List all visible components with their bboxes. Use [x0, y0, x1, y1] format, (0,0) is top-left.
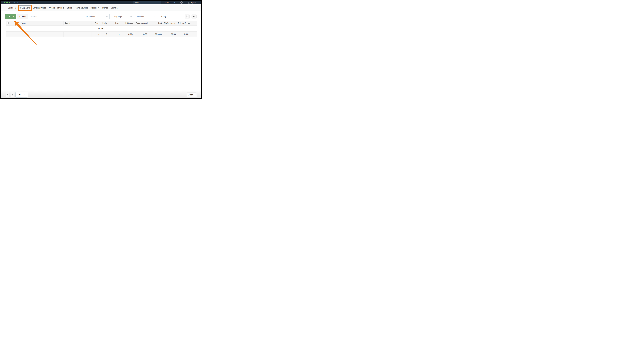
summary-flows: 0: [92, 32, 101, 36]
pagination-next-button[interactable]: [10, 92, 14, 98]
groups-filter-value: All groups: [114, 16, 122, 18]
help-icon: ?: [180, 1, 183, 4]
column-label: Revenue (confi: [136, 22, 148, 24]
nav-item-offers[interactable]: Offers: [65, 6, 73, 10]
column-label: Conv.: [115, 22, 120, 24]
summary-roi: 0.00%: [177, 32, 197, 36]
column-header-conv[interactable]: Conv.: [108, 21, 121, 25]
empty-state-row: No data: [6, 26, 197, 32]
column-header-clicks[interactable]: Clicks: [101, 21, 108, 25]
select-all-checkbox[interactable]: [7, 22, 9, 24]
summary-cell: [51, 32, 64, 36]
nav-item-affiliate-networks[interactable]: Affiliate Networks: [48, 6, 65, 10]
nav-item-domains[interactable]: Domains: [109, 6, 120, 10]
nav-label: Landing Pages: [33, 7, 46, 9]
nav-label: Trends: [102, 7, 108, 9]
summary-cell: [64, 32, 92, 36]
help-menu[interactable]: ?: [180, 1, 184, 4]
topbar-right: Maintenance ? mgid: [134, 1, 196, 4]
pagination-prev-button[interactable]: [6, 92, 10, 98]
nav-label: Campaigns: [20, 7, 30, 9]
no-data-message: No data: [98, 28, 104, 30]
select-all-column-header: [6, 21, 10, 25]
chevron-down-icon: [106, 16, 108, 18]
chevron-down-icon: [130, 16, 132, 18]
column-header-flows[interactable]: Flows: [92, 21, 101, 25]
summary-cost: $0.0000: [148, 32, 163, 36]
nav-item-campaigns[interactable]: Campaigns: [19, 6, 32, 10]
chevron-right-icon: [12, 94, 13, 96]
nav-item-traffic-sources[interactable]: Traffic Sources: [73, 6, 89, 10]
nav-label: Reports: [90, 7, 97, 9]
main-nav: Dashboard Campaigns Landing Pages Affili…: [1, 4, 201, 11]
nav-item-trends[interactable]: Trends: [101, 6, 110, 10]
chevron-down-icon: [184, 2, 184, 3]
states-filter-select[interactable]: All states: [135, 14, 158, 19]
column-label: Flows: [95, 22, 100, 24]
summary-cell: [20, 32, 51, 36]
chevron-down-icon: [180, 16, 181, 18]
logo-edition-badge: TEAM: [13, 2, 18, 4]
groups-filter-select[interactable]: All groups: [112, 14, 134, 19]
page-size-select[interactable]: 250: [16, 92, 28, 98]
column-label: Source: [65, 22, 70, 24]
nav-item-landing-pages[interactable]: Landing Pages: [32, 6, 47, 10]
date-range-value: Today: [161, 16, 166, 18]
maintenance-menu[interactable]: Maintenance: [165, 2, 176, 4]
user-menu[interactable]: mgid: [188, 2, 196, 4]
sources-filter-select[interactable]: All sources: [84, 14, 110, 19]
username-label: mgid: [191, 2, 194, 4]
keitaro-campaigns-page: Keitaro TEAM Maintenance ?: [0, 0, 202, 99]
global-search: [134, 1, 162, 4]
nav-label: Dashboard: [8, 7, 18, 9]
column-label: Clicks: [102, 22, 107, 24]
column-label: P/L (confirmed: [164, 22, 175, 24]
column-label: ROI (confirmed: [178, 22, 190, 24]
chevron-down-icon: [154, 16, 156, 18]
nav-label: Domains: [111, 7, 118, 9]
page-size-value: 250: [18, 94, 21, 96]
maintenance-label: Maintenance: [165, 2, 175, 4]
column-header-pl[interactable]: P/L (confirmed: [163, 21, 177, 25]
column-header-group[interactable]: [51, 21, 64, 25]
create-button[interactable]: Create: [5, 14, 16, 19]
triangle-up-icon: [194, 94, 196, 95]
refresh-button[interactable]: [184, 14, 190, 19]
column-header-id[interactable]: ID: [13, 21, 20, 25]
nav-item-reports[interactable]: Reports: [89, 6, 100, 10]
campaigns-table: ID Name Source Flows Clicks Conv. CR (sa…: [6, 20, 197, 37]
nav-label: Affiliate Networks: [49, 7, 64, 9]
groups-button[interactable]: Groups: [17, 14, 28, 19]
summary-clicks: 0: [101, 32, 108, 36]
chevron-left-icon: [7, 94, 8, 96]
id-column-highlight-bar: [13, 21, 20, 21]
column-label: Name: [21, 22, 26, 24]
column-header-source[interactable]: Source: [64, 21, 92, 25]
search-icon: [158, 2, 160, 4]
chevron-down-icon: [176, 2, 176, 3]
column-header-revenue[interactable]: Revenue (confi: [135, 21, 148, 25]
column-header-cr-sales[interactable]: CR (sales): [121, 21, 135, 25]
summary-cell: [13, 32, 20, 36]
user-icon: [188, 2, 190, 4]
nav-item-dashboard[interactable]: Dashboard: [6, 6, 19, 10]
chevron-down-icon: [195, 2, 196, 3]
export-label: Export: [188, 94, 193, 96]
column-header-name[interactable]: Name: [20, 21, 51, 25]
campaign-search-input[interactable]: [29, 14, 56, 19]
column-header-cost[interactable]: Cost: [148, 21, 163, 25]
summary-cr-sales: 0.00%: [121, 32, 135, 36]
summary-cell: [10, 32, 13, 36]
column-label: CR (sales): [125, 22, 134, 24]
summary-row: 0 0 0 0.00% $0.00 $0.0000 $0.00 0.00%: [6, 32, 197, 37]
campaigns-toolbar: Create Groups All sources All groups All…: [5, 14, 196, 19]
gear-icon: [193, 15, 196, 18]
keitaro-logo[interactable]: Keitaro TEAM: [4, 1, 18, 4]
global-search-input[interactable]: [134, 1, 162, 4]
states-filter-value: All states: [136, 16, 144, 18]
export-button[interactable]: Export: [187, 92, 197, 97]
chevron-down-icon: [98, 8, 100, 8]
column-header-roi[interactable]: ROI (confirmed: [177, 21, 197, 25]
table-settings-button[interactable]: [192, 14, 196, 19]
date-range-select[interactable]: Today: [159, 14, 183, 19]
